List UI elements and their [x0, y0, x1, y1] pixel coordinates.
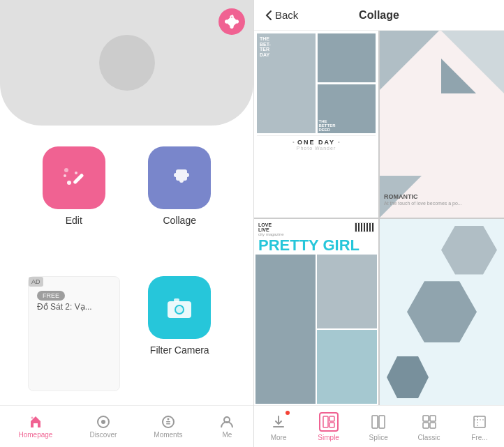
collage-template-2[interactable]: ROMANTIC At the touch of love becomes a … — [380, 31, 504, 218]
t1-label-2: THEBETTERDEED — [319, 119, 336, 132]
right-panel: Back Collage THEBET-TERDAY THEBETTERDEED — [253, 0, 504, 447]
t1-subtitle: Photo Wander — [297, 146, 336, 151]
collage-icon-wrap — [148, 146, 211, 209]
left-panel: Edit Collage AD FREE Đồ Sát 2: Vạ... — [0, 0, 253, 447]
toolbar-free[interactable]: Fre... — [464, 409, 495, 444]
collage-template-1[interactable]: THEBET-TERDAY THEBETTERDEED • ONE DAY • … — [254, 31, 378, 218]
camera-icon — [162, 290, 197, 325]
svg-point-11 — [101, 420, 105, 424]
svg-rect-20 — [329, 423, 334, 427]
svg-point-0 — [67, 181, 71, 185]
t3-live: LIVE — [258, 227, 284, 232]
simple-label: Simple — [318, 434, 339, 441]
svg-point-4 — [64, 168, 68, 172]
classic-icon-wrap — [420, 412, 439, 432]
profile-header — [0, 0, 253, 126]
back-button[interactable]: Back — [265, 9, 298, 21]
collage-template-3[interactable]: LOVE LIVE city magazine PRETTY GIRL — [254, 219, 378, 406]
collage-templates-grid: THEBET-TERDAY THEBETTERDEED • ONE DAY • … — [254, 31, 504, 405]
free-icon-wrap — [470, 412, 489, 432]
t1-sm-image-2: THEBETTERDEED — [318, 84, 376, 133]
edit-label: Edit — [66, 215, 82, 226]
moments-label: Moments — [154, 431, 182, 439]
discover-icon — [96, 414, 111, 430]
t3-sm-image-2 — [317, 330, 377, 404]
menu-item-filter-camera[interactable]: Filter Camera — [134, 276, 226, 392]
bottom-nav: Homepage Discover Moments Me — [0, 405, 253, 447]
free-label: Fre... — [471, 434, 487, 441]
splice-icon — [371, 414, 386, 430]
free-icon — [472, 414, 487, 430]
discover-label: Discover — [89, 431, 117, 439]
t1-top-section: THEBET-TERDAY THEBETTERDEED — [257, 33, 376, 133]
simple-icon-wrap — [319, 412, 339, 432]
svg-point-9 — [31, 417, 33, 419]
toolbar-classic[interactable]: Classic — [412, 409, 445, 444]
filter-camera-icon-wrap — [148, 276, 211, 339]
t1-bottom-section: • ONE DAY • Photo Wander — [257, 135, 376, 153]
menu-item-edit[interactable]: Edit — [28, 146, 120, 262]
ad-banner[interactable]: AD FREE Đồ Sát 2: Vạ... — [28, 276, 120, 392]
svg-rect-22 — [379, 416, 385, 428]
collage-title: Collage — [359, 9, 399, 22]
edit-icon — [57, 160, 91, 195]
toolbar-simple[interactable]: Simple — [312, 409, 345, 444]
t1-sm-image-1 — [318, 33, 376, 82]
toolbar-splice[interactable]: Splice — [363, 409, 394, 444]
settings-icon — [224, 14, 239, 29]
more-icon-wrap — [269, 412, 288, 432]
homepage-label: Homepage — [19, 431, 53, 439]
svg-rect-24 — [430, 416, 436, 421]
back-chevron-icon — [265, 10, 272, 21]
free-badge: FREE — [37, 291, 65, 301]
more-label: More — [271, 434, 287, 441]
svg-rect-18 — [323, 416, 328, 427]
nav-moments[interactable]: Moments — [154, 414, 182, 439]
t1-dot-right: • — [338, 139, 340, 145]
menu-grid: Edit Collage AD FREE Đồ Sát 2: Vạ... — [0, 126, 253, 405]
t1-label-1: THEBET-TERDAY — [260, 36, 271, 58]
collage-label: Collage — [163, 215, 196, 226]
svg-point-13 — [167, 418, 169, 421]
splice-label: Splice — [369, 434, 388, 441]
t2-triangle-mid — [441, 59, 476, 93]
t3-header: LOVE LIVE city magazine — [254, 219, 378, 238]
svg-point-7 — [176, 306, 183, 313]
collage-bottom-toolbar: More Simple Splice — [254, 405, 504, 447]
more-red-dot — [286, 411, 290, 415]
edit-icon-wrap — [43, 146, 105, 209]
t3-image-area — [254, 253, 378, 406]
collage-header: Back Collage — [254, 0, 504, 31]
me-label: Me — [223, 431, 232, 439]
svg-point-1 — [64, 174, 66, 177]
t3-sm-image-1 — [317, 255, 377, 328]
avatar — [99, 35, 155, 91]
t3-love: LOVE — [258, 222, 284, 227]
ad-badge: AD — [29, 277, 43, 287]
svg-point-2 — [75, 172, 77, 174]
t1-title-row: • ONE DAY • — [292, 139, 340, 146]
me-icon — [219, 414, 235, 430]
t3-sub: city magazine — [258, 232, 284, 236]
t3-tall-image — [255, 255, 316, 404]
collage-icon — [161, 159, 199, 197]
simple-grid-icon — [323, 416, 335, 428]
svg-rect-21 — [372, 416, 378, 428]
toolbar-more[interactable]: More — [263, 409, 294, 444]
menu-item-collage[interactable]: Collage — [134, 146, 226, 262]
settings-button[interactable] — [218, 8, 245, 35]
svg-rect-17 — [273, 426, 284, 427]
nav-me[interactable]: Me — [219, 414, 235, 439]
svg-rect-23 — [423, 416, 429, 421]
hex-tertiary — [387, 356, 429, 398]
nav-homepage[interactable]: Homepage — [19, 414, 53, 439]
homepage-icon — [28, 414, 43, 430]
svg-rect-8 — [174, 298, 179, 302]
filter-camera-label: Filter Camera — [150, 344, 209, 356]
splice-icon-wrap — [369, 412, 388, 432]
t1-dot-left: • — [292, 139, 295, 145]
ad-title: Đồ Sát 2: Vạ... — [37, 302, 92, 312]
collage-template-4[interactable] — [380, 219, 504, 406]
svg-rect-25 — [423, 423, 429, 428]
nav-discover[interactable]: Discover — [89, 414, 117, 439]
